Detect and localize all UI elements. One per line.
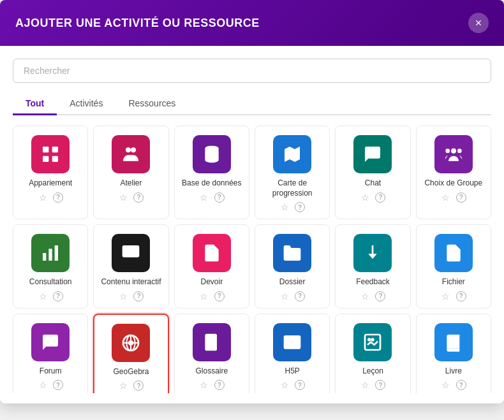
glossaire-actions: ☆ ? (199, 380, 225, 390)
item-livre[interactable]: Livre ☆ ? (416, 314, 491, 393)
devoir-help[interactable]: ? (214, 291, 225, 301)
atelier-help[interactable]: ? (133, 192, 144, 203)
item-base-donnees[interactable]: Base de données ☆ ? (174, 126, 249, 219)
svg-rect-0 (43, 147, 48, 152)
consultation-help[interactable]: ? (53, 291, 63, 301)
appariement-star[interactable]: ☆ (38, 192, 48, 203)
item-consultation[interactable]: Consultation ☆ ? (13, 224, 88, 308)
search-input[interactable] (13, 59, 491, 83)
chat-star[interactable]: ☆ (360, 192, 370, 203)
choix-groupe-star[interactable]: ☆ (441, 192, 451, 203)
tab-tout[interactable]: Tout (13, 93, 57, 115)
appariement-help[interactable]: ? (53, 192, 63, 203)
modal: AJOUTER UNE ACTIVITÉ OU RESSOURCE × Tout… (0, 0, 504, 403)
geogebra-help[interactable]: ? (133, 380, 144, 391)
svg-point-33 (371, 338, 374, 341)
atelier-label: Atelier (120, 178, 142, 189)
item-geogebra[interactable]: GeoGebra ☆ ? (93, 314, 168, 393)
forum-icon (31, 323, 70, 361)
item-appariement[interactable]: Appariement ☆ ? (13, 126, 88, 219)
atelier-actions: ☆ ? (118, 192, 144, 203)
carte-progression-star[interactable]: ☆ (279, 202, 290, 212)
svg-rect-27 (208, 340, 213, 342)
modal-title: AJOUTER UNE ACTIVITÉ OU RESSOURCE (15, 17, 260, 30)
item-forum[interactable]: Forum ☆ ? (13, 314, 88, 393)
geogebra-star[interactable]: ☆ (118, 380, 128, 391)
item-devoir[interactable]: Devoir ☆ ? (174, 224, 249, 308)
svg-rect-3 (52, 156, 58, 162)
lecon-icon (353, 323, 392, 361)
feedback-help[interactable]: ? (375, 291, 385, 301)
item-chat[interactable]: Chat ☆ ? (335, 126, 410, 219)
geogebra-actions: ☆ ? (118, 380, 144, 391)
consultation-star[interactable]: ☆ (38, 291, 48, 301)
fichier-star[interactable]: ☆ (441, 291, 451, 301)
glossaire-help[interactable]: ? (214, 380, 225, 390)
devoir-star[interactable]: ☆ (199, 291, 209, 301)
appariement-actions: ☆ ? (38, 192, 63, 203)
h5p-star[interactable]: ☆ (279, 380, 290, 390)
dossier-star[interactable]: ☆ (279, 291, 290, 301)
h5p-label: H5P (285, 366, 299, 377)
forum-actions: ☆ ? (38, 380, 63, 390)
forum-star[interactable]: ☆ (38, 380, 48, 390)
choix-groupe-help[interactable]: ? (456, 192, 466, 203)
chat-help[interactable]: ? (375, 192, 385, 203)
atelier-star[interactable]: ☆ (118, 192, 128, 203)
item-atelier[interactable]: Atelier ☆ ? (93, 126, 168, 219)
devoir-actions: ☆ ? (199, 291, 225, 301)
item-lecon[interactable]: Leçon ☆ ? (335, 314, 410, 393)
carte-progression-label: Carte de progression (260, 178, 324, 198)
contenu-interactif-help[interactable]: ? (133, 291, 144, 301)
fichier-help[interactable]: ? (456, 291, 466, 301)
svg-rect-12 (43, 253, 46, 261)
livre-help[interactable]: ? (456, 380, 466, 390)
lecon-star[interactable]: ☆ (360, 380, 370, 390)
base-donnees-icon (193, 135, 231, 173)
svg-point-10 (457, 148, 462, 153)
dossier-label: Dossier (279, 277, 306, 287)
livre-icon (434, 323, 473, 361)
fichier-actions: ☆ ? (441, 291, 466, 301)
consultation-icon (31, 234, 70, 272)
glossaire-star[interactable]: ☆ (199, 380, 209, 390)
fichier-label: Fichier (442, 277, 465, 287)
tab-ressources[interactable]: Ressources (115, 93, 188, 115)
item-carte-progression[interactable]: Carte de progression ☆ ? (255, 126, 330, 219)
feedback-star[interactable]: ☆ (360, 291, 370, 301)
lecon-help[interactable]: ? (375, 380, 385, 390)
glossaire-label: Glossaire (195, 366, 228, 377)
contenu-interactif-star[interactable]: ☆ (118, 291, 128, 301)
forum-help[interactable]: ? (53, 380, 63, 390)
svg-text:H5P: H5P (286, 339, 299, 347)
geogebra-icon (112, 324, 150, 362)
base-donnees-help[interactable]: ? (214, 192, 225, 203)
feedback-icon (353, 234, 392, 272)
item-h5p[interactable]: H5P H5P ☆ ? (255, 314, 330, 393)
item-glossaire[interactable]: Glossaire ☆ ? (174, 314, 249, 393)
svg-point-4 (126, 147, 131, 152)
items-grid: Appariement ☆ ? Atelier ☆ ? (13, 126, 491, 393)
h5p-icon: H5P (273, 323, 311, 361)
base-donnees-actions: ☆ ? (199, 192, 225, 203)
contenu-interactif-icon: H5P (112, 234, 150, 272)
svg-marker-17 (369, 245, 377, 259)
item-fichier[interactable]: Fichier ☆ ? (416, 224, 491, 308)
dossier-help[interactable]: ? (295, 291, 305, 301)
lecon-label: Leçon (362, 366, 383, 377)
item-dossier[interactable]: Dossier ☆ ? (255, 224, 330, 308)
livre-star[interactable]: ☆ (441, 380, 451, 390)
item-contenu-interactif[interactable]: H5P Contenu interactif ☆ ? (93, 224, 168, 308)
devoir-icon (193, 234, 231, 272)
base-donnees-star[interactable]: ☆ (199, 192, 209, 203)
lecon-actions: ☆ ? (360, 380, 385, 390)
item-feedback[interactable]: Feedback ☆ ? (335, 224, 410, 308)
tab-activites[interactable]: Activités (57, 93, 115, 115)
item-choix-groupe[interactable]: Choix de Groupe ☆ ? (416, 126, 491, 219)
carte-progression-actions: ☆ ? (279, 202, 305, 212)
fichier-icon (434, 234, 473, 272)
close-button[interactable]: × (468, 13, 489, 33)
carte-progression-help[interactable]: ? (295, 202, 305, 212)
h5p-help[interactable]: ? (295, 380, 305, 390)
forum-label: Forum (40, 366, 62, 377)
